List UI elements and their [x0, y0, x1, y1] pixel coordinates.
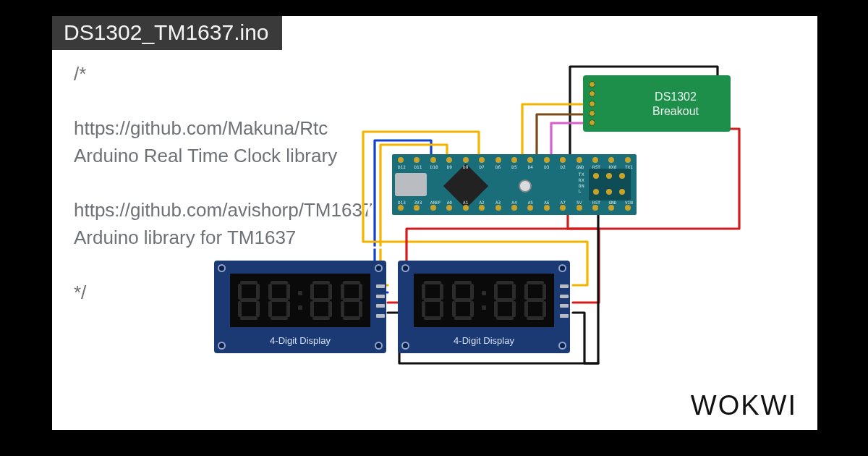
ds1302-label: DS1302 Breakout [628, 90, 723, 119]
ds1302-breakout[interactable]: DS1302 Breakout [583, 75, 731, 132]
display2-caption: 4-Digit Display [398, 335, 570, 346]
preview-card: /* https://github.com/Makuna/Rtc Arduino… [52, 16, 817, 430]
seven-segment-icon [414, 274, 554, 327]
nano-labels-top: D12D11D10D9D8D7D6D5D4D3D2GNDRSTRX0TX1 [398, 164, 631, 169]
ds1302-pins [589, 81, 597, 126]
nano-pins-top [398, 157, 631, 164]
reset-button[interactable] [519, 180, 532, 193]
tm1637-display-2[interactable]: 4-Digit Display [398, 261, 570, 353]
seven-segment-icon [230, 274, 370, 327]
display1-pins [376, 284, 385, 318]
nano-labels-bottom: D133V3AREFA0A1A2A3A4A5A6A75VRSTGNDVIN [398, 200, 631, 205]
usb-port-icon [395, 173, 427, 196]
circuit-diagram: DS1302 Breakout TXRXONL D12D11D10D9D8D7D… [182, 59, 775, 392]
code-line: /* [74, 63, 86, 85]
display1-caption: 4-Digit Display [214, 335, 386, 346]
display2-pins [560, 284, 569, 318]
nano-pins-bottom [398, 205, 631, 212]
isp-header [589, 169, 631, 200]
code-line: */ [74, 282, 86, 303]
nano-side-label: TXRXONL [579, 172, 584, 194]
filename-tab: DS1302_TM1637.ino [52, 16, 282, 50]
arduino-nano[interactable]: TXRXONL D12D11D10D9D8D7D6D5D4D3D2GNDRSTR… [392, 154, 637, 215]
tm1637-display-1[interactable]: 4-Digit Display [214, 261, 386, 353]
wokwi-logo: WOKWI [691, 390, 797, 421]
